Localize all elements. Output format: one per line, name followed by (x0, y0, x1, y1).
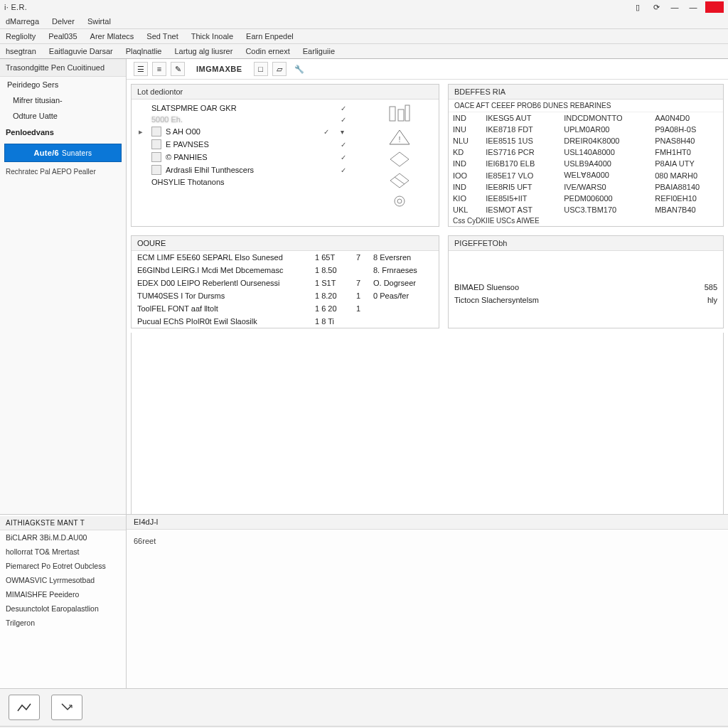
table-row[interactable]: IOOIE85E17 VLOWEL∀8A000080 MARH0 (449, 169, 723, 181)
menubar-1: dMarrega Delver Swirtal (0, 14, 728, 29)
table-row[interactable]: INUIKE8718 FDTUPLM0AR00P9A08H-0S (449, 124, 723, 135)
lower-left-panel: AITHIAGKSTE MANT T BiCLARR 3Bi.M.D.AU00 … (0, 515, 127, 688)
node-icon (151, 139, 161, 149)
ll-item[interactable]: OWMASVIC Lyrrmesotbad (0, 573, 126, 587)
toolbar-btn-1[interactable]: ☰ (134, 62, 148, 76)
toolbar-btn-2[interactable]: ≡ (152, 62, 166, 76)
win-icon-3[interactable]: — (668, 2, 681, 12)
table-row[interactable]: INDIEI6B170 ELBUSLB9A4000P8AIA UTY (449, 158, 723, 169)
grid-row[interactable]: ECM LIMF E5E60 SEPARL Elso Sunesed1 65T7… (132, 251, 439, 264)
tree-row: ▸S AH O00✓▾ (132, 125, 360, 138)
tree-row: E PAVNSES✓ (132, 138, 360, 151)
menu1-item-1[interactable]: Delver (52, 17, 75, 26)
grid-header: OOURE (132, 236, 439, 251)
lower-right-panel: EI4dJ-l 66reet (127, 515, 728, 688)
svg-point-8 (395, 196, 405, 206)
property-row: Tictocn Slachersyntelsmhly (449, 294, 723, 306)
bottom-button-1[interactable] (9, 695, 40, 720)
sidebar-section-title: Penloedvans (0, 124, 126, 141)
diamond-icon-2 (389, 172, 410, 189)
sidebar-link-3[interactable]: Odture Uatte (0, 108, 126, 124)
menu1-item-2[interactable]: Swirtal (87, 17, 111, 26)
sidebar-link-1[interactable]: Peiridego Sers (0, 77, 126, 92)
properties-panel: PIGEFFETObh BIMAED Sluensoo585 Tictocn S… (448, 235, 724, 328)
data-panel: BDEFFES RIA OACE AFT CEEEF PROB6 DUNES R… (448, 84, 724, 227)
lower-left-header: AITHIAGKSTE MANT T (0, 516, 126, 530)
tree: SLATSPMRE OAR GKR✓ 5000 Eh.✓ ▸S AH O00✓▾… (132, 100, 360, 213)
sidebar-link-2[interactable]: Mifrer titusian- (0, 92, 126, 108)
table-row[interactable]: INDIEE8RI5 UFTIVE/WARS0PBAIA88140 (449, 181, 723, 193)
menubar-2: Regliolty Peal035 Arer Mlatecs Sed Tnet … (0, 29, 728, 44)
tree-row: SLATSPMRE OAR GKR✓ (132, 102, 360, 114)
building-icon (385, 104, 414, 124)
menubar-3: hsegtran Eaitlaguvie Darsar Plaqlnatlie … (0, 44, 728, 59)
node-icon (151, 127, 161, 136)
menu2-item-3[interactable]: Sed Tnet (146, 32, 178, 41)
menu3-item-5[interactable]: Earliguiie (303, 47, 335, 55)
ll-item[interactable]: hollorrat TO& Mrertast (0, 545, 126, 559)
menu1-item-0[interactable]: dMarrega (6, 17, 39, 26)
table-row[interactable]: INDIKESG5 AUTINDCDMONTTOAA0N4D0 (449, 112, 723, 124)
ll-item[interactable]: Trilgeron (0, 616, 126, 630)
grid-row[interactable]: E6GINbd LEIRG.I Mcdi Met Dbcememasc1 8.5… (132, 264, 439, 277)
table-row[interactable]: NLUIEE8515 1USDREIR04K8000PNAS8H40 (449, 135, 723, 146)
sidebar-caption: Rechratec Pal AEPO Pealler (0, 165, 126, 178)
svg-marker-5 (390, 152, 409, 166)
grid-panel: OOURE ECM LIMF E5E60 SEPARL Elso Sunesed… (131, 235, 439, 328)
lower-region: AITHIAGKSTE MANT T BiCLARR 3Bi.M.D.AU00 … (0, 514, 728, 688)
menu2-item-0[interactable]: Regliolty (6, 32, 36, 41)
brand-button[interactable]: Aute/6Sunaters (4, 144, 122, 162)
main-area: ☰ ≡ ✎ IMGMAXBE □ ▱ 🔧 Lot dediontor SLATS… (127, 59, 728, 514)
svg-rect-0 (390, 107, 395, 121)
close-button[interactable] (705, 1, 724, 13)
grid-body: ECM LIMF E5E60 SEPARL Elso Sunesed1 65T7… (132, 251, 439, 328)
sidebar: Trasondgitte Pen Cuoitinued Peiridego Se… (0, 59, 127, 514)
minimize-button[interactable]: — (687, 2, 700, 12)
grid-row[interactable]: ToolFEL FONT aaf lltolt1 6 201 (132, 302, 439, 315)
menu3-item-1[interactable]: Eaitlaguvie Darsar (49, 47, 113, 55)
ll-item[interactable]: MIMAISHFE Peeidero (0, 587, 126, 601)
menu3-item-3[interactable]: Lartug alg liusrer (174, 47, 232, 55)
node-icon (151, 152, 161, 162)
illustration-column: ! (360, 100, 439, 213)
grid-row[interactable]: EDEX D00 LEIPO Reberlentl Oursenessi1 S1… (132, 277, 439, 289)
tree-row: 5000 Eh.✓ (132, 114, 360, 125)
brand-sub: Sunaters (62, 149, 92, 157)
data-table: INDIKESG5 AUTINDCDMONTTOAA0N4D0INUIKE871… (449, 112, 723, 215)
toolbar-btn-4[interactable]: □ (254, 62, 268, 76)
menu3-item-4[interactable]: Codin ernext (245, 47, 289, 55)
menu2-item-4[interactable]: Thick Inoale (191, 32, 233, 41)
toolbar-btn-5[interactable]: ▱ (272, 62, 287, 76)
triangle-warning-icon: ! (387, 128, 412, 146)
ll-item[interactable]: BiCLARR 3Bi.M.D.AU00 (0, 530, 126, 545)
win-icon-2[interactable]: ⟳ (650, 2, 663, 12)
lower-right-tab[interactable]: EI4dJ-l (127, 515, 728, 530)
toolbar-btn-3[interactable]: ✎ (171, 62, 185, 76)
menu3-item-0[interactable]: hsegtran (6, 47, 36, 55)
win-icon-1[interactable]: ▯ (631, 2, 644, 12)
wrench-icon[interactable]: 🔧 (292, 62, 306, 76)
grid-row[interactable]: TUM40SES I Tor Dursms1 8.2010 Peas/fer (132, 289, 439, 302)
property-row: BIMAED Sluensoo585 (449, 281, 723, 294)
ll-item[interactable]: Piemarect Po Eotret Oubcless (0, 559, 126, 573)
bottom-button-2[interactable] (51, 695, 82, 720)
menu2-item-1[interactable]: Peal035 (48, 32, 77, 41)
properties-header: PIGEFFETObh (449, 236, 723, 251)
menu2-item-5[interactable]: Earn Enpedel (246, 32, 294, 41)
grid-header-label: OOURE (132, 236, 439, 250)
menu2-item-2[interactable]: Arer Mlatecs (90, 32, 134, 41)
app-title: i· E.R. (4, 3, 27, 11)
gear-icon (390, 193, 409, 209)
table-row[interactable]: KIOIEE85I5+IITPEDM006000REFI0EH10 (449, 193, 723, 204)
window-buttons: ▯ ⟳ — — (631, 1, 724, 13)
menu3-item-2[interactable]: Plaqlnatlie (126, 47, 162, 55)
svg-rect-2 (405, 105, 410, 121)
grid-row[interactable]: Pucual EChS PIolR0t Ewil Slaosilk1 8 Ti (132, 315, 439, 328)
svg-text:!: ! (398, 135, 400, 144)
table-row[interactable]: UKLIESMOT ASTUSC3.TBM170MBAN7B40 (449, 204, 723, 215)
ll-item[interactable]: Desuunctolot Earopalastlion (0, 601, 126, 616)
sidebar-tab[interactable]: Trasondgitte Pen Cuoitinued (0, 59, 126, 77)
svg-point-9 (397, 199, 402, 203)
table-row[interactable]: KDIES7716 PCRUSL140A8000FMH1HT0 (449, 146, 723, 158)
titlebar: i· E.R. ▯ ⟳ — — (0, 0, 728, 14)
